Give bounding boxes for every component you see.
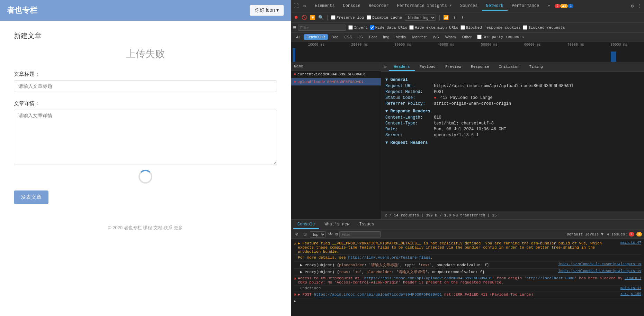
devtools-pointer-icon[interactable]: ⛶ bbox=[293, 3, 299, 10]
console-link-6[interactable]: xhr.js:199 bbox=[620, 292, 641, 296]
hide-extension-checkbox[interactable] bbox=[409, 25, 414, 30]
console-link-2[interactable]: index.js??clonedRule.e=script&lang=ts:19 bbox=[558, 262, 641, 266]
settings-icon[interactable]: ⚙ bbox=[629, 3, 636, 10]
status-bar: 2 / 14 requests | 399 B / 1.0 MB transfe… bbox=[381, 211, 644, 219]
tab-sources[interactable]: Sources bbox=[456, 1, 482, 11]
request-url-label: Request URL: bbox=[385, 84, 434, 89]
devtools-phone-icon[interactable]: ▭ bbox=[301, 3, 308, 10]
status-code-val: ● 413 Payload Too Large bbox=[434, 95, 493, 100]
console-filter-input[interactable] bbox=[339, 231, 381, 238]
tl-label-7: 70000 ms bbox=[554, 43, 597, 47]
cors-link[interactable]: https://apis.imooc.com/api/upload?icode=… bbox=[364, 276, 492, 280]
tab-network[interactable]: Network bbox=[482, 1, 508, 11]
type-btn-js[interactable]: JS bbox=[356, 34, 366, 40]
blocked-response-check[interactable]: Blocked response cookies bbox=[460, 25, 521, 30]
detail-tab-preview[interactable]: Preview bbox=[440, 63, 466, 71]
detail-tab-headers[interactable]: Headers bbox=[389, 63, 414, 71]
default-levels-label: Default levels ▼ bbox=[567, 232, 603, 236]
preserve-log-checkbox[interactable] bbox=[331, 15, 336, 20]
console-content: ⚠ ▶ Feature flag __VUE_PROD_HYDRATION_MI… bbox=[291, 239, 644, 316]
network-item-upload[interactable]: ✖ upload?icode=804F639F6F089AD1 bbox=[291, 78, 381, 86]
type-btn-font[interactable]: Font bbox=[366, 34, 379, 40]
user-button[interactable]: 你好 leon bbox=[250, 5, 284, 16]
blocked-requests-check[interactable]: Blocked requests bbox=[523, 25, 565, 30]
invert-checkbox[interactable] bbox=[348, 25, 353, 30]
type-btn-ws[interactable]: WS bbox=[430, 34, 442, 40]
blocked-response-checkbox[interactable] bbox=[460, 25, 465, 30]
type-btn-img[interactable]: Img bbox=[380, 34, 392, 40]
hide-data-urls-checkbox[interactable] bbox=[370, 25, 374, 30]
type-btn-fetch-xhr[interactable]: Fetch/XHR bbox=[304, 34, 328, 40]
detail-tab-payload[interactable]: Payload bbox=[415, 63, 440, 71]
invert-check[interactable]: Invert bbox=[348, 25, 368, 30]
console-tab-issues[interactable]: Issues bbox=[355, 221, 378, 229]
third-party-checkbox[interactable] bbox=[477, 35, 482, 39]
timeline-bar-right bbox=[611, 52, 616, 62]
search-button[interactable]: 🔍 bbox=[318, 15, 324, 20]
disable-cache-check[interactable]: Disable cache bbox=[367, 15, 402, 20]
type-btn-wasm[interactable]: Wasm bbox=[442, 34, 459, 40]
console-line-1b: ⚠ For more details, see https://link.vue… bbox=[294, 255, 641, 262]
spinner-container bbox=[14, 170, 277, 184]
console-clear-icon[interactable]: ⊘ bbox=[293, 231, 300, 238]
network-item-name-2: upload?icode=804F639F6F089AD1 bbox=[297, 80, 364, 84]
console-link-3[interactable]: index.js??clonedRule.e=script&lang=ts:19 bbox=[558, 269, 641, 273]
detail-tab-response[interactable]: Response bbox=[466, 63, 494, 71]
filter-icon[interactable]: 🔽 bbox=[310, 15, 315, 20]
download-icon[interactable]: ⬇ bbox=[460, 15, 465, 20]
console-link-1[interactable]: main.ts:47 bbox=[620, 241, 641, 245]
server-val: openresty/1.13.6.1 bbox=[434, 133, 479, 138]
console-tab-console[interactable]: Console bbox=[293, 221, 319, 229]
console-line-5: undefined main.ts:41 bbox=[294, 286, 641, 291]
type-btn-manifest[interactable]: Manifest bbox=[409, 34, 429, 40]
type-btn-other[interactable]: Other bbox=[459, 34, 474, 40]
article-detail-textarea[interactable] bbox=[14, 110, 277, 165]
type-btn-doc[interactable]: Doc bbox=[329, 34, 341, 40]
clear-button[interactable]: 🚫 bbox=[302, 15, 307, 20]
status-bar-text: 2 / 14 requests | 399 B / 1.0 MB transfe… bbox=[385, 213, 497, 217]
expand-icon[interactable]: ▶ bbox=[294, 299, 296, 303]
console-tab-whatsnew[interactable]: What's new bbox=[320, 221, 354, 229]
console-top-select[interactable]: top bbox=[310, 231, 326, 238]
upload-icon[interactable]: ⬆ bbox=[451, 15, 457, 20]
console-eye-icon[interactable]: 👁 bbox=[327, 231, 334, 238]
devtools-tab-bar: ⛶ ▭ Elements Console Recorder Performanc… bbox=[291, 0, 644, 12]
hide-extension-check[interactable]: Hide extension URLs bbox=[409, 25, 458, 30]
throttle-select[interactable]: No throttling Fast 3G Slow 3G bbox=[405, 15, 436, 21]
type-btn-media[interactable]: Media bbox=[393, 34, 409, 40]
content-length-label: Content-Length: bbox=[385, 115, 434, 120]
detail-tab-timing[interactable]: Timing bbox=[524, 63, 548, 71]
submit-button[interactable]: 发表文章 bbox=[14, 190, 48, 204]
disable-cache-checkbox[interactable] bbox=[367, 15, 371, 20]
console-link-4[interactable]: create:1 bbox=[625, 276, 641, 280]
tab-recorder[interactable]: Recorder bbox=[365, 1, 393, 11]
error-icon-2: ✖ bbox=[294, 292, 296, 297]
blocked-requests-checkbox[interactable] bbox=[523, 25, 527, 30]
type-btn-all[interactable]: All bbox=[293, 34, 303, 40]
filter-input[interactable] bbox=[298, 25, 346, 31]
detail-tab-initiator[interactable]: Initiator bbox=[494, 63, 524, 71]
tab-performance-insights[interactable]: Performance insights ⚡ bbox=[393, 1, 456, 11]
detail-close-button[interactable]: ✕ bbox=[382, 64, 389, 70]
article-title-label: 文章标题： bbox=[14, 71, 277, 77]
record-button[interactable]: ⏺ bbox=[293, 15, 299, 20]
tab-elements[interactable]: Elements bbox=[311, 1, 339, 11]
more-options-icon[interactable]: ⋮ bbox=[636, 3, 643, 10]
post-link[interactable]: https://apis.imooc.com/api/upload?icode=… bbox=[314, 292, 442, 297]
console-link-5[interactable]: main.ts:41 bbox=[620, 286, 641, 290]
tab-console[interactable]: Console bbox=[339, 1, 365, 11]
item-error-dot-2: ✖ bbox=[294, 80, 296, 84]
console-msg-6: ▶ POST https://apis.imooc.com/api/upload… bbox=[298, 292, 533, 297]
third-party-check[interactable]: 3rd-party requests bbox=[477, 35, 524, 39]
type-btn-css[interactable]: CSS bbox=[342, 34, 355, 40]
localhost-link[interactable]: http://localhost:8080 bbox=[526, 276, 574, 280]
preserve-log-check[interactable]: Preserve log bbox=[331, 15, 364, 20]
console-settings-icon[interactable]: ⊡ bbox=[302, 231, 308, 238]
tab-more[interactable]: » bbox=[543, 1, 554, 11]
article-title-input[interactable] bbox=[14, 80, 277, 92]
tab-performance[interactable]: Performance bbox=[508, 1, 543, 11]
hide-data-urls-check[interactable]: Hide data URLs bbox=[370, 25, 407, 30]
network-item-current[interactable]: ✖ current?icode=804F639F6F089AD1 bbox=[291, 71, 381, 78]
wifi-icon[interactable]: 📶 bbox=[443, 15, 449, 20]
feature-flags-link[interactable]: https://link.vuejs.org/feature-flags bbox=[348, 255, 430, 260]
